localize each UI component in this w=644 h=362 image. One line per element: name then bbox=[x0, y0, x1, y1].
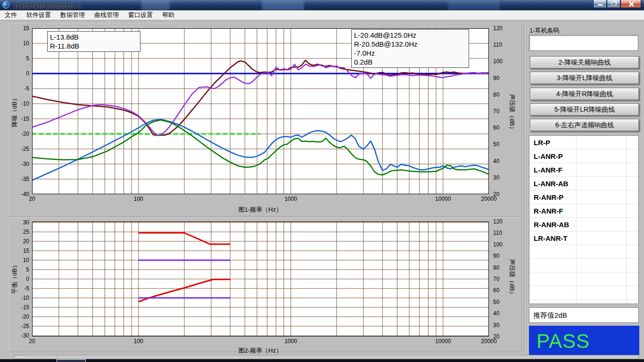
cursor-readout-1: L-13.8dBR-11.8dB bbox=[47, 31, 140, 52]
menu-item-1[interactable]: 软件设置 bbox=[22, 11, 56, 19]
chart1-xtick-20: 20 bbox=[19, 196, 45, 202]
sidebar-button-6[interactable]: 6-左右声道频响曲线 bbox=[530, 119, 639, 132]
window-title: 耳机降噪性能测试软件.vi bbox=[14, 2, 81, 10]
sidebar-button-2[interactable]: 2-降噪关频响曲线 bbox=[530, 56, 639, 69]
chart2-xtick-10000: 10000 bbox=[430, 338, 456, 344]
chart2-ytick-15: 15 bbox=[13, 248, 29, 254]
table-row-l-anr-f[interactable]: L-ANR-F bbox=[529, 163, 638, 177]
chart1-right-axis-label: 声压级（dB） bbox=[508, 87, 516, 139]
menubar: 文件软件设置数据管理曲线管理窗口设置帮助 bbox=[0, 10, 644, 20]
chart2-rtick-100: 100 bbox=[493, 242, 509, 247]
chart2-rtick-110: 110 bbox=[493, 230, 509, 236]
sidebar-button-3[interactable]: 3-降噪开L降噪曲线 bbox=[530, 72, 639, 84]
chart2-ytick-20: 20 bbox=[13, 239, 29, 244]
chart1-xtick-10000: 10000 bbox=[430, 196, 456, 202]
chart1-ytick-15: 15 bbox=[13, 25, 29, 31]
result-text: PASS bbox=[529, 326, 639, 357]
chart2-ytick--20: -20 bbox=[13, 314, 29, 320]
chart1-ytick--35: -35 bbox=[13, 176, 29, 182]
glass-reflection bbox=[448, 0, 500, 10]
chart1-ytick--10: -10 bbox=[13, 101, 29, 107]
chart2-xtick-20: 20 bbox=[19, 338, 45, 344]
horizontal-scrollbar[interactable] bbox=[13, 355, 639, 359]
restore-button[interactable] bbox=[607, 0, 620, 8]
chart2-plot bbox=[32, 222, 489, 337]
chart1-ytick-10: 10 bbox=[13, 41, 29, 46]
chart2-ytick--30: -30 bbox=[13, 333, 29, 338]
table-row-l-anr-p[interactable]: L-ANR-P bbox=[529, 149, 638, 163]
close-button[interactable] bbox=[620, 0, 641, 8]
table-row-empty[interactable] bbox=[529, 272, 638, 286]
chart2-ytick--15: -15 bbox=[13, 304, 29, 310]
titlebar[interactable]: 耳机降噪性能测试软件.vi bbox=[0, 0, 644, 10]
chart1-ytick--20: -20 bbox=[13, 131, 29, 137]
chart1-rtick-70: 70 bbox=[493, 108, 509, 114]
barcode-label: 1-耳机条码 bbox=[529, 26, 560, 35]
sidebar-button-5[interactable]: 5-降噪开LR降噪曲线 bbox=[530, 103, 639, 116]
restore-icon bbox=[611, 2, 616, 6]
chart2-rtick-80: 80 bbox=[493, 265, 509, 271]
chart1-rtick-100: 100 bbox=[493, 58, 509, 64]
window-controls bbox=[593, 0, 641, 8]
table-row-lr-anr-t[interactable]: LR-ANR-T bbox=[529, 231, 638, 245]
chart1-ytick--30: -30 bbox=[13, 161, 29, 167]
chart1-x-axis-label: 图1-频率（Hz） bbox=[213, 206, 307, 214]
chart2-ytick--5: -5 bbox=[13, 286, 29, 291]
chart1-ytick-0: 0 bbox=[13, 71, 29, 76]
chart1-rtick-110: 110 bbox=[493, 42, 509, 48]
measurement-table: LR-PL-ANR-PL-ANR-FL-ANR-ABR-ANR-PR-ANR-F… bbox=[529, 135, 639, 304]
chart2-rtick-40: 40 bbox=[493, 311, 509, 316]
chart2-rtick-70: 70 bbox=[493, 276, 509, 282]
menu-item-0[interactable]: 文件 bbox=[0, 11, 22, 19]
minimize-button[interactable] bbox=[593, 0, 607, 8]
series-r-anc-curve bbox=[32, 64, 489, 135]
table-row-lr-p[interactable]: LR-P bbox=[529, 136, 638, 149]
chart1-xtick-1000: 1000 bbox=[278, 196, 304, 202]
table-row-r-anr-ab[interactable]: R-ANR-AB bbox=[529, 218, 638, 231]
chart2-rtick-50: 50 bbox=[493, 299, 509, 305]
chart1-xtick-100: 100 bbox=[125, 196, 152, 202]
chart2-x-axis-label: 图2-频率（Hz） bbox=[213, 346, 307, 355]
chart2-ytick-30: 30 bbox=[13, 220, 29, 225]
table-row-r-anr-p[interactable]: R-ANR-P bbox=[529, 190, 638, 204]
menu-item-5[interactable]: 帮助 bbox=[157, 11, 179, 19]
chart2-ytick-25: 25 bbox=[13, 229, 29, 235]
chart1-rtick-90: 90 bbox=[493, 75, 509, 81]
menu-item-4[interactable]: 窗口设置 bbox=[124, 11, 157, 19]
sidebar-button-4[interactable]: 4-降噪开R降噪曲线 bbox=[530, 88, 639, 100]
barcode-input[interactable] bbox=[529, 35, 638, 51]
app-icon bbox=[2, 1, 9, 8]
chart1-rtick-50: 50 bbox=[493, 141, 509, 147]
chart1-ytick-5: 5 bbox=[13, 56, 29, 61]
chart2-right-axis-label: 声压级（dB） bbox=[508, 252, 516, 304]
chart1-rtick-80: 80 bbox=[493, 92, 509, 98]
chart1-rtick-120: 120 bbox=[493, 25, 509, 31]
chart2-ytick-0: 0 bbox=[13, 276, 29, 282]
chart1-rtick-60: 60 bbox=[493, 125, 509, 131]
menu-item-2[interactable]: 数据管理 bbox=[56, 11, 90, 19]
table-row-empty[interactable] bbox=[529, 286, 638, 300]
table-row-l-anr-ab[interactable]: L-ANR-AB bbox=[529, 177, 638, 190]
table-row-empty[interactable] bbox=[529, 245, 638, 259]
minimize-icon bbox=[598, 4, 603, 6]
result-indicator: PASS bbox=[529, 326, 639, 357]
table-row-empty[interactable] bbox=[529, 259, 638, 272]
chart1-rtick-30: 30 bbox=[493, 175, 509, 181]
chart2-ytick--10: -10 bbox=[13, 295, 29, 301]
chart2-xtick-100: 100 bbox=[125, 338, 152, 344]
chart2-rtick-90: 90 bbox=[493, 253, 509, 259]
panel-divider bbox=[524, 20, 525, 355]
scrollbar-thumb[interactable] bbox=[15, 356, 26, 358]
app-window: 耳机降噪性能测试软件.vi 文件软件设置数据管理曲线管理窗口设置帮助 降噪（dB… bbox=[0, 0, 644, 362]
chart1-ytick--25: -25 bbox=[13, 146, 29, 152]
chart1-ytick--5: -5 bbox=[13, 86, 29, 91]
taskbar-item[interactable] bbox=[57, 359, 86, 362]
chart2-ytick-10: 10 bbox=[13, 257, 29, 263]
table-row-r-anr-f[interactable]: R-ANR-F bbox=[529, 204, 638, 218]
chart2-xtick-20000: 20000 bbox=[476, 338, 502, 344]
series-l-anc-curve bbox=[32, 60, 489, 135]
taskbar[interactable] bbox=[0, 359, 644, 362]
series-blue-reduction-curve bbox=[32, 119, 489, 180]
cursor-readout-2: L-20.4dB@125.0HzR-20.5dB@132.0Hz-7.0Hz0.… bbox=[351, 29, 469, 68]
menu-item-3[interactable]: 曲线管理 bbox=[90, 11, 124, 19]
